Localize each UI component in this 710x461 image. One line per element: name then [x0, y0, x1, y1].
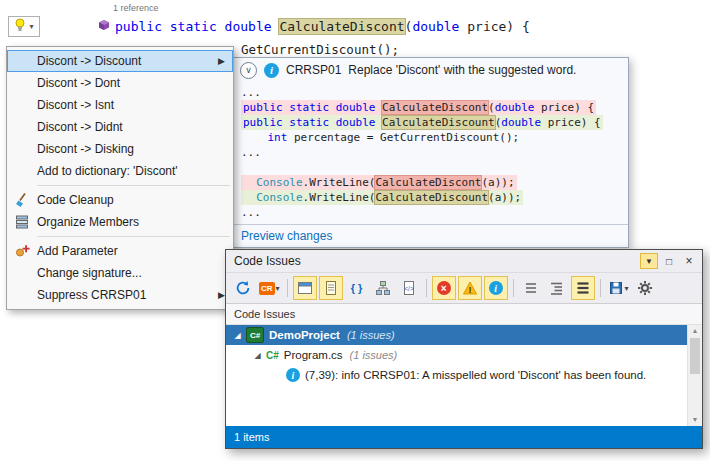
menu-item-add-parameter[interactable]: Add Parameter	[7, 240, 233, 262]
organize-members-icon	[12, 214, 32, 230]
code-token: .WriteLine(	[303, 176, 376, 189]
svg-text:!: !	[468, 285, 471, 295]
code-token: double	[412, 19, 459, 34]
details-view-button[interactable]	[571, 276, 595, 300]
expander-icon[interactable]: ◢	[232, 331, 243, 340]
code-token: Console	[256, 176, 302, 189]
menu-item-icon-slot	[12, 141, 32, 157]
diff-code-line: ...	[241, 145, 619, 160]
code-token	[243, 176, 256, 189]
removed-line-band: Console.WriteLine(CalculateDiscont(a));	[241, 175, 517, 190]
menu-item-label: Discont -> Disking	[37, 142, 134, 156]
menu-item-label: Add Parameter	[37, 244, 118, 258]
tree-row-label: (7,39): info CRRSP01: A misspelled word …	[305, 369, 646, 381]
menu-item-label: Discont -> Discount	[37, 54, 141, 68]
menu-item-label: Discont -> Didnt	[37, 120, 123, 134]
info-filter-button[interactable]: i	[484, 276, 508, 300]
vertical-scrollbar[interactable]: ▲ ▼	[687, 325, 702, 426]
menu-item-discont-discount[interactable]: Discont -> Discount▶	[7, 50, 233, 72]
code-token: ...	[241, 86, 261, 99]
scroll-up-icon[interactable]: ▲	[688, 325, 702, 337]
issue-count-badge: (1 issues)	[350, 349, 398, 361]
maximize-button[interactable]: □	[660, 253, 678, 269]
collapse-chevron-icon[interactable]: ∨	[240, 62, 257, 79]
braces-filter-button[interactable]: { }	[345, 276, 369, 300]
warnings-filter-button[interactable]: !	[458, 276, 482, 300]
grouped-list-view-button[interactable]	[545, 276, 569, 300]
flat-list-view-button[interactable]	[519, 276, 543, 300]
added-line-band: public static double CalculateDiscount(d…	[241, 115, 603, 130]
code-token: percentage = GetCurrentDiscount();	[287, 131, 519, 144]
menu-item-organize-members[interactable]: Organize Members	[7, 211, 233, 233]
tree-row-demoproject[interactable]: ◢C#DemoProject(1 issues)	[226, 325, 702, 345]
popup-footer: Preview changes	[232, 224, 628, 247]
coderush-menu-button[interactable]: CR▾	[257, 276, 282, 300]
codelens-reference-count[interactable]: 1 reference	[113, 3, 159, 13]
menu-item-code-cleanup[interactable]: Code Cleanup	[7, 189, 233, 211]
popup-header: ∨ i CRRSP01 Replace 'Discont' with the s…	[232, 58, 628, 82]
menu-item-label: Organize Members	[37, 215, 139, 229]
menu-item-suppress-crrsp01[interactable]: Suppress CRRSP01▶	[7, 284, 233, 306]
close-button[interactable]: ×	[680, 253, 698, 269]
code-token: public static double	[115, 19, 279, 34]
method-cube-icon	[98, 19, 110, 34]
menu-item-label: Code Cleanup	[37, 193, 114, 207]
tree-row-program-cs[interactable]: ◢C#Program.cs(1 issues)	[226, 345, 702, 365]
menu-item-discont-dont[interactable]: Discont -> Dont	[7, 72, 233, 94]
menu-item-discont-isnt[interactable]: Discont -> Isnt	[7, 94, 233, 116]
toolbar-separator	[426, 279, 427, 297]
menu-item-icon-slot	[12, 119, 32, 135]
tree-row-7-39-info-crrsp01[interactable]: i(7,39): info CRRSP01: A misspelled word…	[226, 365, 702, 385]
scrollbar-thumb[interactable]	[690, 338, 700, 374]
code-token: Console	[256, 191, 302, 204]
menu-item-add-to-dictionary-discont[interactable]: Add to dictionary: 'Discont'	[7, 160, 233, 182]
quick-actions-menu: Discont -> Discount▶Discont -> DontDisco…	[6, 46, 234, 310]
menu-item-icon-slot	[12, 53, 32, 69]
code-token: ...	[241, 206, 261, 219]
code-token: (a));	[488, 191, 521, 204]
rule-message: Replace 'Discont' with the suggested wor…	[348, 63, 576, 77]
window-position-button[interactable]: ▼	[640, 253, 658, 269]
chevron-down-icon: ▾	[276, 284, 280, 293]
hierarchy-view-button[interactable]	[371, 276, 395, 300]
diff-code-line: ...	[241, 85, 619, 100]
menu-item-label: Discont -> Dont	[37, 76, 120, 90]
errors-filter-button[interactable]: ×	[432, 276, 456, 300]
quick-actions-button[interactable]: ▾	[8, 16, 40, 37]
window-layout-button[interactable]	[293, 276, 317, 300]
submenu-arrow-icon: ▶	[218, 290, 225, 300]
refresh-button[interactable]	[231, 276, 255, 300]
menu-item-icon-slot	[12, 265, 32, 281]
tree-row-label: Program.cs	[284, 349, 343, 361]
menu-item-label: Discont -> Isnt	[37, 98, 114, 112]
titlebar-buttons: ▼□×	[640, 253, 698, 269]
export-button[interactable]: ▾	[606, 276, 631, 300]
preview-changes-link[interactable]: Preview changes	[241, 229, 332, 243]
window-title: Code Issues	[234, 254, 301, 268]
diff-code-line: ...	[241, 205, 619, 220]
status-items-count: 1 items	[234, 431, 269, 443]
expander-icon[interactable]: ◢	[252, 351, 263, 360]
settings-button[interactable]	[633, 276, 657, 300]
menu-item-label: Suppress CRRSP01	[37, 288, 146, 302]
code-token: double	[495, 101, 535, 114]
toolbar-separator	[513, 279, 514, 297]
code-token: public static double	[243, 101, 382, 114]
submenu-arrow-icon: ▶	[218, 56, 225, 66]
code-token: price) {	[534, 101, 594, 114]
code-cleanup-icon	[12, 192, 32, 208]
menu-separator	[37, 236, 230, 237]
menu-item-icon-slot	[12, 75, 32, 91]
document-preview-button[interactable]	[319, 276, 343, 300]
code-file-filter-button[interactable]: </>	[397, 276, 421, 300]
visual-studio-screen: ▾ 1 reference public static double Calcu…	[0, 0, 710, 461]
menu-item-discont-didnt[interactable]: Discont -> Didnt	[7, 116, 233, 138]
menu-item-discont-disking[interactable]: Discont -> Disking	[7, 138, 233, 160]
scroll-down-icon[interactable]: ▼	[688, 414, 702, 426]
chevron-down-icon: ▾	[625, 284, 629, 293]
info-icon: i	[286, 368, 300, 382]
fix-preview-popup: ∨ i CRRSP01 Replace 'Discont' with the s…	[231, 57, 629, 248]
svg-text:</>: </>	[404, 285, 414, 292]
info-icon: i	[264, 63, 279, 78]
menu-item-change-signature[interactable]: Change signature...	[7, 262, 233, 284]
